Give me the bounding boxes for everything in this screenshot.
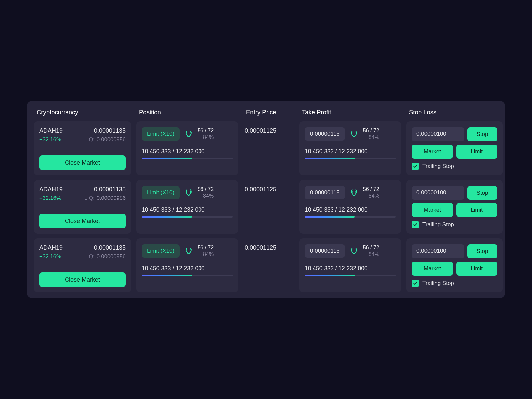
tp-ratio: 56 / 72 84% (363, 244, 379, 258)
liq-value: 0.00000956 (97, 136, 126, 142)
sl-limit-button[interactable]: Limit (456, 203, 497, 217)
table-row: ADAH19 0.00001135 +32.16% LIQ:0.00000956… (34, 121, 498, 175)
liq-value: 0.00000956 (97, 253, 126, 259)
header-entry-price: Entry Price (246, 109, 297, 116)
position-progress-label: 10 450 333 / 12 232 000 (142, 148, 233, 155)
sl-stop-button[interactable]: Stop (467, 244, 497, 258)
crypto-cell: ADAH19 0.00001135 +32.16% LIQ:0.00000956… (34, 121, 131, 175)
close-market-button[interactable]: Close Market (39, 155, 126, 170)
crypto-change-pct: +32.16% (39, 195, 61, 201)
position-progress (142, 216, 233, 218)
wreath-icon (350, 188, 358, 197)
position-progress-label: 10 450 333 / 12 232 000 (142, 265, 233, 272)
sl-limit-button[interactable]: Limit (456, 262, 497, 276)
crypto-cell: ADAH19 0.00001135 +32.16% LIQ:0.00000956… (34, 180, 131, 234)
table-row: ADAH19 0.00001135 +32.16% LIQ:0.00000956… (34, 238, 498, 292)
liq-label: LIQ: (84, 136, 95, 142)
header-take-profit: Take Profit (302, 109, 404, 116)
take-profit-cell: 0.00000115 56 / 72 84% 10 450 333 / 12 2… (299, 180, 401, 234)
trailing-stop-checkbox[interactable] (412, 163, 419, 170)
position-cell: Limit (X10) 56 / 72 84% 10 450 333 / 12 … (136, 121, 238, 175)
stop-loss-cell: 0.00000100 Stop Market Limit Trailing St… (406, 121, 503, 175)
tp-progress-label: 10 450 333 / 12 232 000 (305, 206, 396, 213)
trailing-stop-label: Trailing Stop (422, 221, 454, 228)
position-ratio: 56 / 72 84% (198, 186, 214, 199)
sl-stop-button[interactable]: Stop (467, 127, 497, 141)
trailing-stop-checkbox[interactable] (412, 221, 419, 228)
position-ratio: 56 / 72 84% (198, 244, 214, 258)
positions-panel: Cryptocurrency Position Entry Price Take… (27, 101, 505, 298)
crypto-symbol: ADAH19 (39, 244, 63, 251)
limit-leverage-button[interactable]: Limit (X10) (142, 127, 180, 141)
take-profit-cell: 0.00000115 56 / 72 84% 10 450 333 / 12 2… (299, 238, 401, 292)
sl-market-button[interactable]: Market (412, 203, 453, 217)
sl-market-button[interactable]: Market (412, 262, 453, 276)
tp-value[interactable]: 0.00000115 (305, 244, 345, 258)
crypto-symbol: ADAH19 (39, 127, 63, 134)
tp-value[interactable]: 0.00000115 (305, 127, 345, 141)
position-progress (142, 158, 233, 159)
crypto-liq: LIQ:0.00000956 (84, 195, 126, 201)
sl-value[interactable]: 0.00000100 (412, 244, 464, 258)
wreath-icon (350, 130, 358, 138)
limit-leverage-button[interactable]: Limit (X10) (142, 186, 180, 199)
wreath-icon (184, 247, 193, 255)
sl-stop-button[interactable]: Stop (467, 186, 497, 200)
position-cell: Limit (X10) 56 / 72 84% 10 450 333 / 12 … (136, 180, 238, 234)
entry-price-cell: 0.00001125 (243, 238, 294, 292)
entry-price-value: 0.00001125 (245, 186, 293, 193)
crypto-price: 0.00001135 (94, 127, 126, 134)
close-market-button[interactable]: Close Market (39, 214, 126, 228)
sl-value[interactable]: 0.00000100 (412, 186, 464, 200)
take-profit-cell: 0.00000115 56 / 72 84% 10 450 333 / 12 2… (299, 121, 401, 175)
liq-value: 0.00000956 (97, 195, 126, 201)
liq-label: LIQ: (84, 253, 95, 259)
sl-market-button[interactable]: Market (412, 145, 453, 159)
crypto-price: 0.00001135 (94, 186, 126, 193)
tp-progress-label: 10 450 333 / 12 232 000 (305, 265, 396, 272)
position-cell: Limit (X10) 56 / 72 84% 10 450 333 / 12 … (136, 238, 238, 292)
tp-ratio: 56 / 72 84% (363, 127, 379, 141)
header-stop-loss: Stop Loss (409, 109, 505, 116)
table-row: ADAH19 0.00001135 +32.16% LIQ:0.00000956… (34, 180, 498, 234)
crypto-cell: ADAH19 0.00001135 +32.16% LIQ:0.00000956… (34, 238, 131, 292)
wreath-icon (350, 247, 358, 255)
stop-loss-cell: 0.00000100 Stop Market Limit Trailing St… (406, 180, 503, 234)
wreath-icon (184, 188, 193, 197)
crypto-symbol: ADAH19 (39, 186, 63, 193)
tp-progress (305, 216, 396, 218)
crypto-liq: LIQ:0.00000956 (84, 136, 126, 143)
header-position: Position (139, 109, 241, 116)
crypto-change-pct: +32.16% (39, 136, 61, 143)
position-ratio: 56 / 72 84% (198, 127, 214, 141)
sl-limit-button[interactable]: Limit (456, 145, 497, 159)
sl-value[interactable]: 0.00000100 (412, 127, 464, 141)
tp-progress (305, 158, 396, 159)
trailing-stop-label: Trailing Stop (422, 163, 454, 170)
position-progress (142, 275, 233, 276)
column-headers: Cryptocurrency Position Entry Price Take… (34, 109, 498, 121)
entry-price-value: 0.00001125 (245, 127, 293, 134)
tp-value[interactable]: 0.00000115 (305, 186, 345, 199)
entry-price-value: 0.00001125 (245, 244, 293, 251)
liq-label: LIQ: (84, 195, 95, 201)
limit-leverage-button[interactable]: Limit (X10) (142, 244, 180, 258)
wreath-icon (184, 130, 193, 138)
tp-progress-label: 10 450 333 / 12 232 000 (305, 148, 396, 155)
trailing-stop-label: Trailing Stop (422, 280, 454, 287)
header-cryptocurrency: Cryptocurrency (37, 109, 134, 116)
entry-price-cell: 0.00001125 (243, 121, 294, 175)
stop-loss-cell: 0.00000100 Stop Market Limit Trailing St… (406, 238, 503, 292)
crypto-liq: LIQ:0.00000956 (84, 253, 126, 260)
position-progress-label: 10 450 333 / 12 232 000 (142, 206, 233, 213)
crypto-change-pct: +32.16% (39, 253, 61, 260)
tp-ratio: 56 / 72 84% (363, 186, 379, 199)
entry-price-cell: 0.00001125 (243, 180, 294, 234)
crypto-price: 0.00001135 (94, 244, 126, 251)
tp-progress (305, 275, 396, 276)
close-market-button[interactable]: Close Market (39, 272, 126, 287)
trailing-stop-checkbox[interactable] (412, 280, 419, 287)
